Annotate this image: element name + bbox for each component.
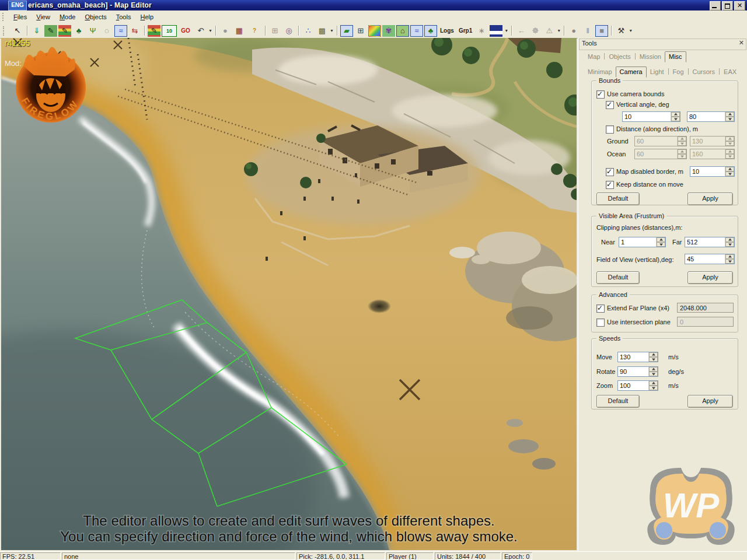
- help-icon[interactable]: ?: [247, 25, 262, 37]
- spin-down-icon[interactable]: [725, 259, 734, 264]
- bounds-apply-button[interactable]: Apply: [687, 192, 733, 205]
- logs-toggle-icon[interactable]: Logs: [438, 25, 456, 37]
- toolbar-grip[interactable]: [3, 26, 6, 36]
- fov-field[interactable]: [685, 254, 735, 264]
- zoom-field[interactable]: [617, 380, 658, 391]
- intersection-plane-checkbox[interactable]: [596, 318, 605, 327]
- tab-misc[interactable]: Misc: [665, 51, 686, 62]
- alert-icon[interactable]: ⚠: [543, 25, 556, 37]
- extend-far-plane-checkbox[interactable]: [596, 304, 605, 313]
- go-icon[interactable]: GO: [178, 25, 193, 37]
- menu-objects[interactable]: Objects: [80, 12, 111, 22]
- road-tool-icon[interactable]: ⇆: [128, 25, 141, 37]
- intersection-plane-label[interactable]: Use intersection plane: [607, 318, 671, 326]
- menu-view[interactable]: View: [32, 12, 55, 22]
- viewport[interactable]: r41255 Mod: 1 FIREGLOW The editor allows…: [1, 38, 577, 550]
- vertical-angle-label[interactable]: Vertical angle, deg: [616, 101, 669, 108]
- language-indicator[interactable]: ENG: [8, 1, 27, 10]
- map-border-checkbox[interactable]: [606, 168, 614, 176]
- markers-icon[interactable]: ∗: [475, 25, 488, 37]
- minimize-button-icon[interactable]: [710, 1, 721, 10]
- pattern-menu-caret[interactable]: ▾: [329, 28, 334, 33]
- bounds-default-button[interactable]: Default: [596, 192, 640, 205]
- map-border-label[interactable]: Map disabled border, m: [616, 168, 683, 175]
- houses-view-icon[interactable]: ⌂: [396, 25, 409, 37]
- wheel-icon[interactable]: ☸: [529, 25, 542, 37]
- palette-brush-icon[interactable]: ✎: [148, 25, 160, 37]
- pause-icon[interactable]: ‖: [581, 25, 594, 37]
- spin-up-icon[interactable]: [725, 112, 734, 117]
- spin-down-icon[interactable]: [725, 117, 734, 121]
- record-marker-icon[interactable]: ●: [219, 25, 232, 37]
- flora-view-icon[interactable]: ✾: [382, 25, 395, 37]
- record-icon[interactable]: ●: [567, 25, 580, 37]
- tab-minimap[interactable]: Minimap: [584, 67, 616, 77]
- speeds-default-button[interactable]: Default: [596, 395, 640, 408]
- noise-pattern-icon[interactable]: ▩: [316, 25, 329, 37]
- spin-down-icon[interactable]: [725, 172, 734, 176]
- far-field[interactable]: [685, 237, 735, 247]
- close-button-icon[interactable]: ✕: [734, 1, 745, 10]
- tab-eax[interactable]: EAX: [720, 67, 740, 77]
- menu-files[interactable]: Files: [9, 12, 32, 22]
- panel-close-icon[interactable]: ✕: [739, 39, 744, 47]
- use-camera-bounds-checkbox[interactable]: [596, 90, 605, 99]
- grass-brush-icon[interactable]: Ψ: [86, 25, 99, 37]
- import-heightmap-icon[interactable]: ⇓: [30, 25, 43, 37]
- menu-tools[interactable]: Tools: [111, 12, 136, 22]
- film-icon[interactable]: ▦: [233, 25, 246, 37]
- tools-menu-caret[interactable]: ▾: [628, 28, 633, 33]
- spin-up-icon[interactable]: [649, 381, 658, 386]
- vertical-angle-min-field[interactable]: [622, 111, 680, 122]
- spin-up-icon[interactable]: [657, 237, 665, 242]
- texture-map-icon[interactable]: [368, 25, 381, 37]
- water-view-icon[interactable]: ≈: [410, 25, 423, 37]
- back-icon[interactable]: ←: [515, 25, 528, 37]
- tab-map[interactable]: Map: [584, 52, 603, 62]
- scatter-objects-icon[interactable]: ∴: [302, 25, 315, 37]
- keep-distance-checkbox[interactable]: [606, 181, 614, 189]
- save-menu-caret[interactable]: ▾: [504, 28, 509, 33]
- menu-grip[interactable]: [2, 13, 5, 21]
- frustum-apply-button[interactable]: Apply: [687, 271, 733, 284]
- trees-brush-icon[interactable]: ♣: [72, 25, 85, 37]
- menu-mode[interactable]: Mode: [55, 12, 81, 22]
- distance-label[interactable]: Distance (along direction), m: [616, 125, 698, 132]
- tab-fog[interactable]: Fog: [669, 67, 687, 77]
- spin-up-icon[interactable]: [649, 352, 658, 357]
- spin-down-icon[interactable]: [671, 117, 680, 121]
- spin-up-icon[interactable]: [725, 254, 734, 259]
- terrain-brush-icon[interactable]: ✎: [44, 25, 57, 37]
- save-icon[interactable]: [490, 25, 502, 37]
- speeds-apply-button[interactable]: Apply: [687, 395, 733, 408]
- menu-help[interactable]: Help: [135, 12, 158, 22]
- spin-down-icon[interactable]: [649, 372, 658, 376]
- trees-view-icon[interactable]: ♣: [424, 25, 437, 37]
- color-brush-icon[interactable]: ✎: [58, 25, 71, 37]
- vertical-angle-checkbox[interactable]: [606, 101, 614, 109]
- groups-toggle-icon[interactable]: Grp1: [457, 25, 474, 37]
- surf-brush-icon[interactable]: ≈: [114, 25, 127, 37]
- cell-grid-icon[interactable]: 10: [162, 25, 177, 37]
- restore-button-icon[interactable]: [722, 1, 733, 10]
- title-bar[interactable]: ENG ericans_omaha_beach] - Map Editor ✕: [0, 0, 747, 10]
- windows-grid-icon[interactable]: ⊞: [354, 25, 367, 37]
- stop-icon[interactable]: ■: [595, 25, 608, 37]
- distance-checkbox[interactable]: [606, 125, 614, 134]
- spin-up-icon[interactable]: [649, 367, 658, 372]
- near-field[interactable]: [619, 237, 666, 247]
- frustum-default-button[interactable]: Default: [596, 271, 640, 284]
- map-border-field[interactable]: [690, 166, 735, 177]
- move-field[interactable]: [617, 352, 658, 362]
- tools-icon[interactable]: ⚒: [615, 25, 627, 37]
- tab-objects[interactable]: Objects: [605, 52, 634, 62]
- undo-icon[interactable]: ↶: [194, 25, 207, 37]
- spin-down-icon[interactable]: [649, 386, 658, 390]
- window-cascade-icon[interactable]: ⊞: [268, 25, 281, 37]
- spin-down-icon[interactable]: [725, 242, 734, 247]
- tab-light[interactable]: Light: [647, 67, 668, 77]
- spin-up-icon[interactable]: [671, 112, 680, 117]
- extend-far-plane-label[interactable]: Extend Far Plane (x4): [607, 304, 669, 312]
- tab-camera[interactable]: Camera: [616, 66, 647, 78]
- select-cursor-icon[interactable]: ↖: [11, 25, 24, 37]
